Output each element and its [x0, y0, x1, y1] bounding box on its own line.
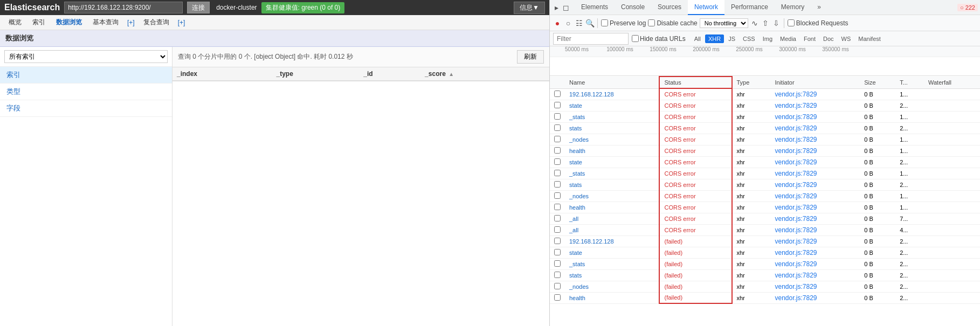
table-row[interactable]: state CORS error xhr vendor.js:7829 0 B …	[550, 100, 980, 111]
table-row[interactable]: health (failed) xhr vendor.js:7829 0 B 2…	[550, 292, 980, 303]
disable-cache-checkbox[interactable]	[648, 19, 655, 26]
row-initiator[interactable]: vendor.js:7829	[770, 258, 860, 269]
initiator-link[interactable]: vendor.js:7829	[775, 226, 817, 234]
filter-media-btn[interactable]: Media	[777, 34, 799, 43]
filter-icon[interactable]: ☷	[575, 19, 583, 27]
preserve-log-label[interactable]: Preserve log	[601, 19, 646, 27]
initiator-link[interactable]: vendor.js:7829	[775, 294, 817, 302]
tab-memory[interactable]: Memory	[775, 0, 811, 15]
initiator-link[interactable]: vendor.js:7829	[775, 124, 817, 132]
col-size[interactable]: Size	[860, 77, 895, 88]
url-input[interactable]	[64, 2, 183, 13]
initiator-link[interactable]: vendor.js:7829	[775, 91, 817, 98]
initiator-link[interactable]: vendor.js:7829	[775, 181, 817, 189]
row-initiator[interactable]: vendor.js:7829	[770, 168, 860, 179]
index-select[interactable]: 所有索引	[4, 50, 168, 63]
table-row[interactable]: stats (failed) xhr vendor.js:7829 0 B 2.…	[550, 269, 980, 281]
row-checkbox[interactable]	[554, 192, 561, 199]
filter-css-btn[interactable]: CSS	[740, 34, 758, 43]
row-checkbox[interactable]	[554, 147, 561, 154]
refresh-button[interactable]: 刷新	[517, 50, 544, 64]
row-initiator[interactable]: vendor.js:7829	[770, 224, 860, 235]
tab-more[interactable]: »	[811, 0, 827, 15]
table-row[interactable]: _stats CORS error xhr vendor.js:7829 0 B…	[550, 168, 980, 179]
row-checkbox[interactable]	[554, 294, 561, 301]
filter-ws-btn[interactable]: WS	[838, 34, 854, 43]
col-index[interactable]: _index	[172, 67, 272, 81]
initiator-link[interactable]: vendor.js:7829	[775, 238, 817, 245]
nav-complex-query[interactable]: 复合查询	[139, 16, 174, 29]
row-checkbox[interactable]	[554, 158, 561, 165]
table-row[interactable]: _all CORS error xhr vendor.js:7829 0 B 7…	[550, 213, 980, 224]
table-row[interactable]: 192.168.122.128 CORS error xhr vendor.js…	[550, 88, 980, 100]
sidebar-nav-type[interactable]: 类型	[0, 84, 172, 100]
row-checkbox[interactable]	[554, 170, 561, 176]
hide-data-urls-label[interactable]: Hide data URLs	[632, 35, 686, 43]
devtools-inspect-icon[interactable]: ▸	[552, 3, 561, 12]
nav-overview[interactable]: 概览	[4, 16, 26, 29]
filter-input[interactable]	[553, 33, 629, 45]
table-row[interactable]: _stats CORS error xhr vendor.js:7829 0 B…	[550, 111, 980, 122]
row-checkbox[interactable]	[554, 238, 561, 244]
initiator-link[interactable]: vendor.js:7829	[775, 283, 817, 290]
row-checkbox[interactable]	[554, 283, 561, 289]
row-checkbox[interactable]	[554, 204, 561, 210]
col-waterfall[interactable]: Waterfall	[924, 77, 980, 88]
row-initiator[interactable]: vendor.js:7829	[770, 111, 860, 122]
throttling-select[interactable]: No throttling	[700, 18, 748, 28]
nav-basic-query[interactable]: 基本查询	[88, 16, 123, 29]
preserve-log-checkbox[interactable]	[601, 19, 608, 26]
col-score[interactable]: _score ▲	[420, 67, 549, 81]
table-row[interactable]: _nodes CORS error xhr vendor.js:7829 0 B…	[550, 134, 980, 145]
blocked-requests-label[interactable]: Blocked Requests	[788, 19, 848, 27]
connect-button[interactable]: 连接	[187, 2, 210, 13]
row-initiator[interactable]: vendor.js:7829	[770, 190, 860, 202]
blocked-requests-checkbox[interactable]	[788, 19, 795, 26]
search-icon[interactable]: 🔍	[585, 19, 594, 27]
row-checkbox[interactable]	[554, 102, 561, 108]
initiator-link[interactable]: vendor.js:7829	[775, 147, 817, 155]
nav-basic-query-add[interactable]: [+]	[125, 18, 137, 27]
tab-console[interactable]: Console	[615, 0, 651, 15]
row-initiator[interactable]: vendor.js:7829	[770, 235, 860, 247]
row-initiator[interactable]: vendor.js:7829	[770, 292, 860, 303]
table-row[interactable]: stats CORS error xhr vendor.js:7829 0 B …	[550, 122, 980, 134]
row-initiator[interactable]: vendor.js:7829	[770, 269, 860, 281]
clear-icon[interactable]: ○	[564, 19, 572, 27]
row-initiator[interactable]: vendor.js:7829	[770, 134, 860, 145]
initiator-link[interactable]: vendor.js:7829	[775, 215, 817, 223]
tab-elements[interactable]: Elements	[575, 0, 615, 15]
initiator-link[interactable]: vendor.js:7829	[775, 136, 817, 143]
row-checkbox[interactable]	[554, 215, 561, 221]
row-checkbox[interactable]	[554, 260, 561, 267]
disable-cache-label[interactable]: Disable cache	[648, 19, 697, 27]
sidebar-nav-field[interactable]: 字段	[0, 100, 172, 117]
sidebar-nav-index[interactable]: 索引	[0, 67, 172, 84]
download-icon[interactable]: ⇩	[772, 19, 781, 27]
initiator-link[interactable]: vendor.js:7829	[775, 272, 817, 279]
col-name[interactable]: Name	[565, 77, 659, 88]
col-time[interactable]: T...	[895, 77, 924, 88]
filter-manifest-btn[interactable]: Manifest	[855, 34, 884, 43]
row-initiator[interactable]: vendor.js:7829	[770, 247, 860, 258]
row-checkbox[interactable]	[554, 249, 561, 255]
row-checkbox[interactable]	[554, 124, 561, 131]
row-initiator[interactable]: vendor.js:7829	[770, 281, 860, 292]
row-initiator[interactable]: vendor.js:7829	[770, 122, 860, 134]
row-initiator[interactable]: vendor.js:7829	[770, 88, 860, 100]
table-row[interactable]: state CORS error xhr vendor.js:7829 0 B …	[550, 156, 980, 168]
col-initiator[interactable]: Initiator	[770, 77, 860, 88]
hide-data-urls-checkbox[interactable]	[632, 35, 639, 42]
col-status[interactable]: Status	[659, 77, 731, 88]
upload-icon[interactable]: ⇧	[761, 19, 770, 27]
initiator-link[interactable]: vendor.js:7829	[775, 192, 817, 200]
tab-performance[interactable]: Performance	[724, 0, 775, 15]
table-row[interactable]: state (failed) xhr vendor.js:7829 0 B 2.…	[550, 247, 980, 258]
filter-js-btn[interactable]: JS	[725, 34, 739, 43]
row-initiator[interactable]: vendor.js:7829	[770, 179, 860, 190]
initiator-link[interactable]: vendor.js:7829	[775, 113, 817, 121]
tab-sources[interactable]: Sources	[651, 0, 688, 15]
table-row[interactable]: _nodes CORS error xhr vendor.js:7829 0 B…	[550, 190, 980, 202]
row-checkbox[interactable]	[554, 181, 561, 188]
row-initiator[interactable]: vendor.js:7829	[770, 156, 860, 168]
